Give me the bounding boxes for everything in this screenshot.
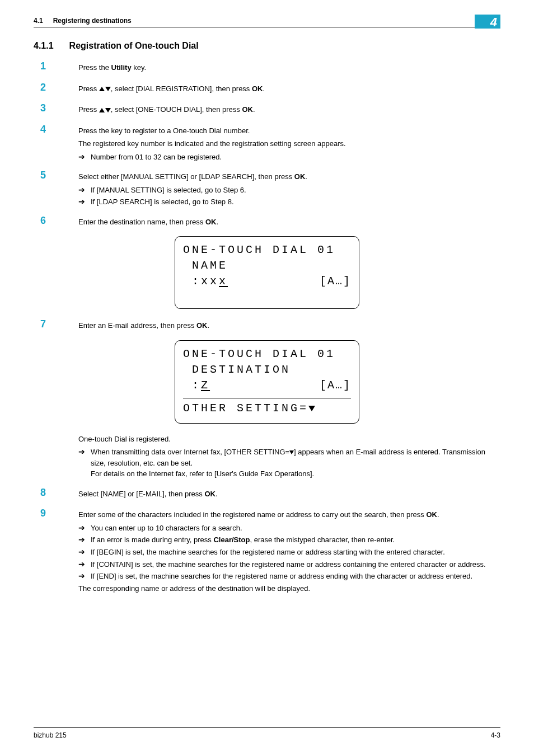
- step-text: Press , select [DIAL REGISTRATION], then…: [78, 83, 500, 95]
- lcd-screen-2: ONE-TOUCH DIAL 01 DESTINATION :Z [A…] OT…: [175, 340, 359, 424]
- step-text: Enter some of the characters included in…: [78, 509, 500, 520]
- text: :: [192, 379, 201, 392]
- sublist-text: If [LDAP SEARCH] is selected, go to Step…: [91, 196, 500, 208]
- sublist: ➔ You can enter up to 10 characters for …: [78, 523, 500, 582]
- lcd-screen-1: ONE-TOUCH DIAL 01 NAME :xxx [A…]: [175, 236, 359, 309]
- step-marker: 2: [34, 82, 56, 93]
- sublist: ➔ When transmitting data over Internet f…: [78, 447, 500, 480]
- text: Press: [78, 105, 99, 114]
- lcd-line: ONE-TOUCH DIAL 01: [183, 242, 335, 258]
- step-8: 8 Select [NAME] or [E-MAIL], then press …: [34, 487, 500, 502]
- text: .: [216, 218, 218, 226]
- text: .: [305, 172, 307, 181]
- bold-text: OK: [252, 84, 263, 93]
- triangle-down-icon: [105, 87, 111, 91]
- sublist-item: ➔ If [LDAP SEARCH] is selected, go to St…: [78, 196, 500, 208]
- triangle-up-icon: [99, 87, 105, 91]
- text: .: [208, 321, 210, 330]
- sublist-text: You can enter up to 10 characters for a …: [91, 523, 500, 534]
- bold-text: Clear/Stop: [213, 536, 250, 544]
- step-text: Press the key to register to a One-touch…: [78, 125, 500, 137]
- text: When transmitting data over Internet fax…: [91, 448, 289, 456]
- bold-text: OK: [242, 105, 253, 114]
- step-7: 7 Enter an E-mail address, then press OK…: [34, 319, 500, 334]
- lcd-screen-1-wrap: ONE-TOUCH DIAL 01 NAME :xxx [A…]: [34, 236, 500, 309]
- sublist-item: ➔ If an error is made during entry, pres…: [78, 534, 500, 546]
- step-marker: 9: [34, 508, 56, 519]
- lcd-line: OTHER SETTING=: [183, 401, 315, 416]
- header-rule: [34, 27, 500, 27]
- step-text: Enter an E-mail address, then press OK.: [78, 320, 500, 331]
- step-text: Press , select [ONE-TOUCH DIAL], then pr…: [78, 104, 500, 115]
- text: .: [437, 510, 439, 519]
- text: key.: [132, 63, 147, 72]
- text: Enter some of the characters included in…: [78, 510, 426, 519]
- bold-text: OK: [294, 172, 306, 181]
- arrow-right-icon: ➔: [78, 185, 91, 196]
- step-text: Press the Utility key.: [78, 62, 500, 73]
- text: Enter an E-mail address, then press: [78, 321, 196, 330]
- subsection-number: 4.1.1: [34, 41, 54, 51]
- sublist-text: Number from 01 to 32 can be registered.: [91, 152, 500, 163]
- step-5: 5 Select either [MANUAL SETTING] or [LDA…: [34, 170, 500, 209]
- section-title: Registering destinations: [53, 17, 132, 25]
- footer-product: bizhub 215: [34, 731, 67, 739]
- sublist-text: If [BEGIN] is set, the machine searches …: [91, 547, 500, 558]
- section-number: 4.1: [34, 17, 43, 25]
- sublist: ➔ If [MANUAL SETTING] is selected, go to…: [78, 185, 500, 208]
- sublist: ➔ Number from 01 to 32 can be registered…: [78, 152, 500, 163]
- bold-text: Utility: [111, 63, 132, 72]
- triangle-down-icon: [308, 406, 315, 411]
- step-marker: 6: [34, 215, 56, 227]
- text: , select [ONE-TOUCH DIAL], then press: [111, 105, 242, 114]
- bold-text: OK: [204, 490, 216, 498]
- step-para: The registered key number is indicated a…: [78, 138, 500, 149]
- sublist-item: ➔ Number from 01 to 32 can be registered…: [78, 152, 500, 163]
- step-marker: 1: [34, 61, 56, 72]
- subsection-heading: 4.1.1 Registration of One-touch Dial: [34, 41, 500, 51]
- sublist-text: If [CONTAIN] is set, the machine searche…: [91, 559, 500, 570]
- step-1: 1 Press the Utility key.: [34, 61, 500, 76]
- step-text: Enter the destination name, then press O…: [78, 217, 500, 228]
- text: Select either [MANUAL SETTING] or [LDAP …: [78, 172, 294, 181]
- triangle-up-icon: [99, 108, 105, 112]
- text: Select [NAME] or [E-MAIL], then press: [78, 490, 204, 498]
- step-marker: 5: [34, 170, 56, 181]
- arrow-right-icon: ➔: [78, 447, 91, 458]
- arrow-right-icon: ➔: [78, 547, 91, 558]
- running-head: 4.1 Registering destinations: [34, 17, 500, 25]
- page-footer: bizhub 215 4-3: [34, 727, 500, 739]
- step-marker: 7: [34, 319, 56, 330]
- lcd-line: :xxx: [183, 274, 228, 289]
- lcd-line: ONE-TOUCH DIAL 01: [183, 346, 335, 362]
- lcd-mode-indicator: [A…]: [320, 274, 351, 289]
- text: .: [253, 105, 255, 114]
- arrow-right-icon: ➔: [78, 152, 91, 163]
- sublist-item: ➔ If [CONTAIN] is set, the machine searc…: [78, 559, 500, 570]
- step-7-continued: One-touch Dial is registered. ➔ When tra…: [34, 434, 500, 481]
- bold-text: OK: [196, 321, 208, 330]
- text: OTHER SETTING=: [183, 402, 308, 415]
- text: .: [263, 84, 265, 93]
- arrow-right-icon: ➔: [78, 559, 91, 570]
- step-para: One-touch Dial is registered.: [78, 434, 500, 445]
- sublist-item: ➔ If [BEGIN] is set, the machine searche…: [78, 547, 500, 558]
- text: , select [DIAL REGISTRATION], then press: [111, 84, 252, 93]
- lcd-mode-indicator: [A…]: [320, 378, 351, 393]
- step-marker: 8: [34, 487, 56, 499]
- text: For details on the Internet fax, refer t…: [91, 469, 314, 478]
- page: 4 4.1 Registering destinations 4.1.1 Reg…: [0, 0, 534, 756]
- text: If an error is made during entry, press: [91, 536, 213, 544]
- text: Press the: [78, 63, 111, 72]
- step-6: 6 Enter the destination name, then press…: [34, 215, 500, 230]
- text: Enter the destination name, then press: [78, 218, 205, 226]
- lcd-line: DESTINATION: [183, 362, 291, 378]
- step-2: 2 Press , select [DIAL REGISTRATION], th…: [34, 82, 500, 97]
- bold-text: OK: [426, 510, 437, 519]
- arrow-right-icon: ➔: [78, 534, 91, 546]
- step-4: 4 Press the key to register to a One-tou…: [34, 124, 500, 164]
- lcd-screen-2-wrap: ONE-TOUCH DIAL 01 DESTINATION :Z [A…] OT…: [34, 340, 500, 424]
- sublist-item: ➔ When transmitting data over Internet f…: [78, 447, 500, 480]
- triangle-down-icon: [105, 108, 111, 112]
- sublist-text: When transmitting data over Internet fax…: [91, 447, 500, 480]
